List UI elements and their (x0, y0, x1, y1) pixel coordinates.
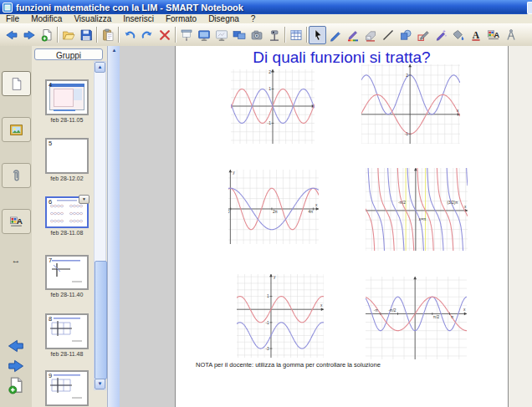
page-sorter-panel: Gruppi ▲ ▼ 4feb 28-11.055feb 28-12.026▼f… (32, 46, 107, 407)
magic-pen-button[interactable] (432, 26, 449, 44)
titlebar-button-partial[interactable] (527, 2, 532, 14)
select-icon (311, 28, 325, 42)
paste-button[interactable] (99, 26, 116, 44)
shape-recognition-pen-button[interactable] (414, 26, 432, 44)
transparent-background-button[interactable] (212, 26, 230, 44)
doccam-icon (268, 28, 281, 42)
redo-button[interactable] (138, 26, 156, 44)
graph-top-right[interactable]: 2-1x (361, 64, 460, 144)
menu-modifica[interactable]: Modifica (25, 14, 68, 23)
panel-resize-handle[interactable]: ↔ (0, 255, 32, 265)
undo-button[interactable] (120, 26, 138, 44)
menu-disegna[interactable]: Disegna (202, 14, 245, 23)
scroll-up-button[interactable]: ▲ (95, 62, 105, 73)
dual-page-display-button[interactable] (230, 26, 248, 44)
add-page-button[interactable] (38, 26, 55, 44)
eraser-button[interactable] (361, 26, 379, 44)
eraser-icon (364, 28, 377, 42)
arrowR-icon (23, 28, 36, 42)
menu-help[interactable]: ? (245, 14, 262, 23)
page-thumbnail-7[interactable]: 7 (45, 255, 89, 290)
creative-pen-button[interactable] (344, 26, 361, 44)
collapse-panel-icon[interactable]: ▲ (108, 48, 120, 53)
properties-button[interactable]: A (484, 26, 502, 44)
clip-icon (9, 169, 23, 183)
scrollbar-thumb[interactable] (95, 261, 107, 379)
screen-shade-button[interactable] (177, 26, 195, 44)
addpage-icon (40, 28, 54, 42)
page-thumbnail-4[interactable]: 4 (45, 79, 89, 115)
insert-table-button[interactable] (287, 26, 304, 44)
document-camera-button[interactable] (265, 26, 283, 44)
delete-button[interactable] (156, 26, 173, 44)
toolbar-separator (57, 27, 58, 43)
page-thumbnail-8[interactable]: 8 (45, 313, 89, 349)
canvas-area: Di quali funzioni si tratta? NOTA per il… (120, 46, 532, 407)
toolbar-separator (96, 27, 97, 43)
graph-middle-right[interactable]: -π/2x=π(3/2)πx (366, 168, 468, 251)
svg-text:-1: -1 (268, 121, 272, 125)
thumbnail-scrollbar[interactable]: ▲ ▼ (94, 61, 106, 390)
svg-text:-π/2: -π/2 (389, 308, 396, 313)
shapepen-icon (417, 28, 430, 42)
fill-button[interactable] (449, 26, 467, 44)
add-page-nav-button[interactable] (5, 376, 27, 394)
measurement-tools-button[interactable] (502, 26, 519, 44)
graph-bottom-right[interactable]: -π-π/2π/2πx (366, 277, 467, 359)
svg-text:1: 1 (269, 87, 271, 91)
properties-icon: A (9, 215, 23, 229)
sidebar-tab-page-sorter[interactable] (2, 71, 31, 96)
select-button[interactable] (309, 26, 326, 44)
open-button[interactable] (59, 26, 77, 44)
groups-button[interactable]: Gruppi (34, 48, 103, 60)
picture-icon (9, 123, 23, 137)
page-thumbnail-9[interactable]: 9 (45, 370, 89, 406)
magicpen-icon (434, 28, 448, 42)
svg-text:π/2: π/2 (433, 315, 440, 319)
transparent-icon (215, 28, 228, 42)
menu-visualizza[interactable]: Visualizza (68, 14, 117, 23)
page-number: 4 (49, 81, 52, 89)
scroll-down-button[interactable]: ▼ (95, 379, 105, 389)
toolbar-separator (175, 27, 176, 43)
previous-page-button[interactable] (3, 26, 20, 44)
previous-page-nav-button[interactable] (5, 337, 27, 355)
sidebar-tab-properties[interactable]: A (2, 209, 31, 234)
page-number: 5 (49, 140, 52, 147)
shapes-button[interactable] (396, 26, 414, 44)
svg-text:2: 2 (406, 74, 408, 78)
text-button[interactable]: A (467, 26, 484, 44)
line-button[interactable] (379, 26, 396, 44)
line-icon (381, 28, 395, 42)
sidebar-tab-gallery[interactable] (2, 117, 31, 142)
pen-button[interactable] (326, 26, 344, 44)
sidebar-tab-attachments[interactable] (2, 163, 31, 188)
arrowL-icon (7, 337, 25, 355)
graph-top-left[interactable]: 21-1 (231, 69, 315, 144)
full-screen-button[interactable] (195, 26, 212, 44)
menu-file[interactable]: File (0, 14, 25, 23)
page-thumbnail-5[interactable]: 5 (45, 138, 89, 174)
screen-capture-button[interactable] (248, 26, 265, 44)
graph-middle-left[interactable]: 02π4πxy (228, 170, 319, 244)
addpage-icon (7, 376, 25, 394)
page-thumbnail-6[interactable]: 6▼ (45, 196, 89, 228)
next-page-nav-button[interactable] (5, 357, 27, 375)
arrowL-icon (5, 28, 18, 42)
table-icon (289, 28, 303, 42)
svg-text:-π: -π (374, 308, 379, 313)
next-page-button[interactable] (20, 26, 38, 44)
dual-icon (233, 28, 246, 42)
main-area: ↔ A Gruppi ▲ ▼ 4feb 28-11.055feb 28-12.0… (0, 46, 532, 407)
save-button[interactable] (77, 26, 95, 44)
redo-icon (141, 28, 154, 42)
page-menu-dropdown-button[interactable]: ▼ (79, 195, 90, 204)
graph-bottom-left[interactable]: 1-1-3xy (237, 274, 324, 358)
app-window: funzioni matematiche con la LIM - SMART … (0, 0, 532, 407)
menu-inserisci[interactable]: Inserisci (117, 14, 160, 23)
menu-formato[interactable]: Formato (160, 14, 202, 23)
svg-text:2: 2 (269, 70, 271, 74)
notebook-page[interactable]: Di quali funzioni si tratta? NOTA per il… (175, 46, 509, 407)
toolbar-separator (284, 27, 285, 43)
arrowR-icon (7, 357, 25, 375)
